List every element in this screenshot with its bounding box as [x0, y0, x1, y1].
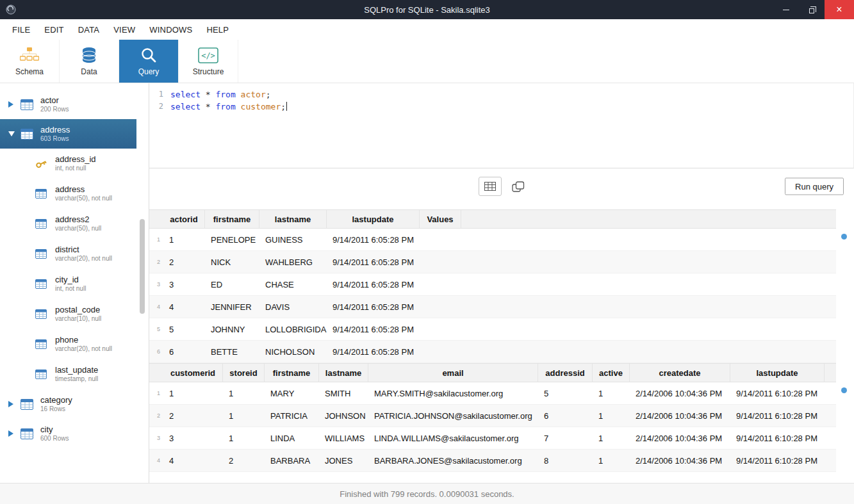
maximize-button[interactable]	[799, 0, 825, 19]
cell[interactable]: 4	[163, 296, 205, 318]
cell[interactable]: 9/14/2011 6:05:28 PM	[327, 273, 420, 295]
tab-data[interactable]: Data	[60, 40, 119, 83]
menu-view[interactable]: VIEW	[106, 25, 142, 35]
cell[interactable]: 2/14/2006 10:04:36 PM	[630, 382, 730, 404]
cell[interactable]: 1	[593, 427, 630, 449]
cell[interactable]: 9/14/2011 6:10:28 PM	[730, 450, 825, 471]
cell[interactable]: 6	[163, 341, 205, 362]
expand-icon[interactable]	[8, 430, 15, 437]
cell[interactable]: 9/14/2011 6:05:28 PM	[327, 251, 420, 273]
column-header-active[interactable]: active	[593, 364, 630, 382]
column-header-createdate[interactable]: createdate	[630, 364, 730, 382]
column-header-actorid[interactable]: actorid	[163, 210, 205, 228]
table-row[interactable]: 331LINDAWILLIAMSLINDA.WILLIAMS@sakilacus…	[149, 427, 836, 450]
cell[interactable]: JOHNNY	[205, 318, 259, 340]
cell[interactable]	[420, 296, 461, 318]
cell[interactable]: GUINESS	[259, 229, 327, 250]
cell[interactable]: WAHLBERG	[259, 251, 327, 273]
column-header-lastupdate[interactable]: lastupdate	[730, 364, 825, 382]
column-header-lastupdate[interactable]: lastupdate	[327, 210, 420, 228]
sidebar-scrollbar-track[interactable]	[136, 83, 149, 483]
table-row[interactable]: 66BETTENICHOLSON9/14/2011 6:05:28 PM	[149, 341, 836, 363]
menu-data[interactable]: DATA	[71, 25, 107, 35]
cell[interactable]: 9/14/2011 6:05:28 PM	[327, 229, 420, 250]
menu-help[interactable]: HELP	[199, 25, 236, 35]
cell[interactable]: 2/14/2006 10:04:36 PM	[630, 405, 730, 427]
sidebar-column-address2[interactable]: address2varchar(50), null	[0, 209, 136, 239]
cell[interactable]: 1	[223, 405, 265, 427]
cell[interactable]: 2/14/2006 10:04:36 PM	[630, 450, 730, 471]
cell[interactable]: LINDA	[265, 427, 319, 449]
tab-schema[interactable]: Schema	[0, 40, 60, 83]
cell[interactable]: DAVIS	[259, 296, 327, 318]
cell[interactable]: 2	[163, 251, 205, 273]
cell[interactable]: 1	[163, 229, 205, 250]
table-row[interactable]: 221PATRICIAJOHNSONPATRICIA.JOHNSON@sakil…	[149, 405, 836, 427]
sidebar-column-last_update[interactable]: last_updatetimestamp, null	[0, 359, 136, 389]
cell[interactable]	[420, 318, 461, 340]
column-header-lastname[interactable]: lastname	[259, 210, 327, 228]
table-row[interactable]: 22NICKWAHLBERG9/14/2011 6:05:28 PM	[149, 251, 836, 273]
table-row[interactable]: 44JENNIFERDAVIS9/14/2011 6:05:28 PM	[149, 296, 836, 318]
cell[interactable]: 1	[593, 382, 630, 404]
close-button[interactable]: ×	[825, 0, 854, 19]
cell[interactable]: 2	[223, 450, 265, 471]
run-query-button[interactable]: Run query	[785, 178, 844, 195]
menu-windows[interactable]: WINDOWS	[142, 25, 199, 35]
cell[interactable]: 9/14/2011 6:10:28 PM	[730, 405, 825, 427]
cell[interactable]: 1	[593, 450, 630, 471]
cell[interactable]: BARBARA	[265, 450, 319, 471]
cell[interactable]	[420, 251, 461, 273]
cell[interactable]: 6	[538, 405, 593, 427]
cell[interactable]: 2	[163, 405, 223, 427]
cell[interactable]: WILLIAMS	[319, 427, 368, 449]
sidebar-column-address[interactable]: addressvarchar(50), not null	[0, 179, 136, 209]
sidebar-column-district[interactable]: districtvarchar(20), not null	[0, 239, 136, 269]
cell[interactable]: MARY	[265, 382, 319, 404]
copy-results-button[interactable]	[512, 181, 525, 192]
cell[interactable]: LOLLOBRIGIDA	[259, 318, 327, 340]
cell[interactable]: 9/14/2011 6:05:28 PM	[327, 341, 420, 362]
sidebar-column-postal_code[interactable]: postal_codevarchar(10), null	[0, 299, 136, 329]
cell[interactable]: 4	[163, 450, 223, 471]
scrollbar-dot[interactable]	[841, 234, 847, 240]
cell[interactable]: BARBARA.JONES@sakilacustomer.org	[368, 450, 538, 471]
table-view-button[interactable]	[479, 177, 502, 196]
table-row[interactable]: 33EDCHASE9/14/2011 6:05:28 PM	[149, 273, 836, 296]
column-header-firstname[interactable]: firstname	[205, 210, 259, 228]
cell[interactable]: 9/14/2011 6:10:28 PM	[730, 427, 825, 449]
cell[interactable]: 8	[538, 450, 593, 471]
cell[interactable]: MARY.SMITH@sakilacustomer.org	[368, 382, 538, 404]
cell[interactable]: CHASE	[259, 273, 327, 295]
cell[interactable]: PATRICIA.JOHNSON@sakilacustomer.org	[368, 405, 538, 427]
cell[interactable]: 9/14/2011 6:05:28 PM	[327, 318, 420, 340]
sidebar-table-address[interactable]: address603 Rows	[0, 119, 136, 149]
cell[interactable]: 5	[538, 382, 593, 404]
cell[interactable]: 3	[163, 427, 223, 449]
expand-icon[interactable]	[8, 401, 15, 407]
sidebar-scrollbar-thumb[interactable]	[140, 219, 145, 314]
cell[interactable]: 9/14/2011 6:05:28 PM	[327, 296, 420, 318]
cell[interactable]: ED	[205, 273, 259, 295]
column-header-customerid[interactable]: customerid	[163, 364, 223, 382]
sidebar-column-city_id[interactable]: city_idint, not null	[0, 269, 136, 299]
column-header-email[interactable]: email	[368, 364, 538, 382]
cell[interactable]: SMITH	[319, 382, 368, 404]
cell[interactable]: BETTE	[205, 341, 259, 362]
sidebar-table-city[interactable]: city600 Rows	[0, 419, 136, 448]
table-row[interactable]: 111MARYSMITHMARY.SMITH@sakilacustomer.or…	[149, 382, 836, 405]
cell[interactable]: JONES	[319, 450, 368, 471]
cell[interactable]	[420, 229, 461, 250]
column-header-addressid[interactable]: addressid	[538, 364, 593, 382]
cell[interactable]: 9/14/2011 6:10:28 PM	[730, 382, 825, 404]
cell[interactable]: 5	[163, 318, 205, 340]
tab-structure[interactable]: </>Structure	[179, 40, 238, 83]
expand-icon[interactable]	[8, 101, 15, 108]
column-header-firstname[interactable]: firstname	[265, 364, 319, 382]
cell[interactable]: NICHOLSON	[259, 341, 327, 362]
cell[interactable]	[420, 273, 461, 295]
table-row[interactable]: 11PENELOPEGUINESS9/14/2011 6:05:28 PM	[149, 229, 836, 251]
menu-file[interactable]: FILE	[5, 25, 37, 35]
cell[interactable]: 1	[223, 427, 265, 449]
sidebar-column-phone[interactable]: phonevarchar(20), not null	[0, 329, 136, 359]
